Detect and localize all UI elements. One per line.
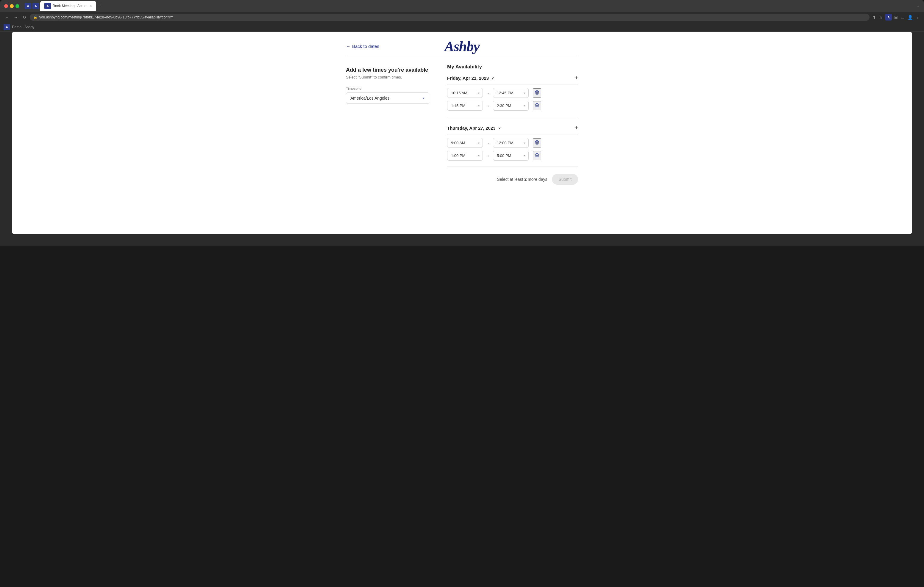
browser-titlebar: A A A Book Meeting · Acme ✕ + ⌄ <box>0 0 924 12</box>
delete-slot-0-1[interactable] <box>533 101 541 110</box>
right-panel: My Availability Friday, Apr 21, 2023 ∨ + <box>447 64 578 185</box>
start-time-0-0[interactable]: 10:15 AM 9:00 AM 10:00 AM 11:00 AM <box>447 88 483 98</box>
start-time-1-1[interactable]: 1:00 PM 12:00 PM 2:00 PM <box>447 151 483 161</box>
date-title-1[interactable]: Thursday, Apr 27, 2023 ∨ <box>447 125 501 130</box>
start-time-1-0[interactable]: 9:00 AM 8:00 AM 10:00 AM <box>447 138 483 148</box>
date-header-1: Thursday, Apr 27, 2023 ∨ + <box>447 125 578 135</box>
arrow-icon-1-0: → <box>486 141 490 145</box>
time-row-1-0: 9:00 AM 8:00 AM 10:00 AM → 12:00 PM 11:0… <box>447 138 578 148</box>
page-header: ← Back to dates Ashby <box>346 44 578 55</box>
profile-icon[interactable]: 👤 <box>907 14 913 20</box>
sidebar-icon[interactable]: ▭ <box>900 14 905 20</box>
date-section-1: Thursday, Apr 27, 2023 ∨ + 9:00 AM 8:00 … <box>447 125 578 161</box>
tab-favicon-1: A <box>25 3 31 9</box>
end-time-0-1[interactable]: 2:30 PM 2:00 PM 3:00 PM <box>493 101 529 111</box>
delete-slot-1-0[interactable] <box>533 138 541 148</box>
add-times-heading: Add a few times you're available <box>346 67 429 73</box>
footer-msg-suffix: more days <box>526 177 547 182</box>
active-tab-title: Book Meeting · Acme <box>53 4 86 8</box>
date-label-0: Friday, Apr 21, 2023 <box>447 76 489 81</box>
back-arrow-icon: ← <box>346 44 350 49</box>
share-icon[interactable]: ⬆ <box>872 14 877 20</box>
browser-toolbar: ← → ↻ 🔒 you.ashbyhq.com/meeting/7bfbfd17… <box>0 12 924 23</box>
bookmark-icon[interactable]: ☆ <box>878 14 883 20</box>
active-tab-favicon: A <box>45 3 51 9</box>
delete-slot-0-0[interactable] <box>533 88 541 97</box>
maximize-button[interactable] <box>15 4 19 8</box>
active-tab[interactable]: A Book Meeting · Acme ✕ <box>40 1 96 11</box>
arrow-icon-0-0: → <box>486 91 490 95</box>
date-label-1: Thursday, Apr 27, 2023 <box>447 125 496 130</box>
date-section-0: Friday, Apr 21, 2023 ∨ + 10:15 AM 9:00 A… <box>447 75 578 111</box>
time-row-0-0: 10:15 AM 9:00 AM 10:00 AM 11:00 AM → 12:… <box>447 88 578 98</box>
date-add-slot-1[interactable]: + <box>575 125 578 130</box>
availability-heading: My Availability <box>447 64 578 70</box>
footer-message: Select at least 2 more days <box>497 177 548 182</box>
page-content: ← Back to dates Ashby Add a few times yo… <box>12 32 912 234</box>
date-divider <box>447 118 578 118</box>
arrow-icon-1-1: → <box>486 153 490 158</box>
footer-msg-prefix: Select at least <box>497 177 525 182</box>
submit-button[interactable]: Submit <box>552 174 578 185</box>
bookmarks-bar: A Demo - Ashby <box>0 23 924 32</box>
add-times-subtitle: Select "Submit" to confirm times. <box>346 75 429 79</box>
url-text: you.ashbyhq.com/meeting/7bfbfd17-fe28-4f… <box>39 15 173 19</box>
tab-close-icon[interactable]: ✕ <box>89 4 92 8</box>
puzzle-icon[interactable]: ⊞ <box>894 14 898 20</box>
forward-nav-button[interactable]: → <box>13 14 19 20</box>
tab-favicon-2: A <box>33 3 39 9</box>
footer-count: 2 <box>524 177 526 182</box>
arrow-icon-0-1: → <box>486 104 490 108</box>
menu-icon[interactable]: ⋮ <box>915 14 921 20</box>
delete-slot-1-1[interactable] <box>533 151 541 160</box>
minimize-button[interactable] <box>10 4 14 8</box>
window-controls: ⌄ <box>917 4 920 8</box>
new-tab-button[interactable]: + <box>97 2 102 10</box>
reload-button[interactable]: ↻ <box>21 14 27 20</box>
page-footer: Select at least 2 more days Submit <box>447 166 578 185</box>
date-chevron-0: ∨ <box>491 76 494 80</box>
timezone-select[interactable]: America/Los Angeles America/New York Ame… <box>346 92 429 104</box>
extension-ashby-icon[interactable]: A <box>885 14 892 21</box>
timezone-label: Timezone <box>346 87 429 91</box>
time-row-0-1: 1:15 PM 1:00 PM 2:00 PM → 2:30 PM 2:00 P… <box>447 101 578 111</box>
time-row-1-1: 1:00 PM 12:00 PM 2:00 PM → 5:00 PM 4:00 … <box>447 151 578 161</box>
ashby-logo: Ashby <box>444 38 480 54</box>
back-to-dates-link[interactable]: ← Back to dates <box>346 44 379 49</box>
bookmark-favicon: A <box>3 24 10 30</box>
traffic-lights <box>4 4 19 8</box>
back-to-dates-label: Back to dates <box>352 44 379 49</box>
lock-icon: 🔒 <box>33 15 38 19</box>
date-chevron-1: ∨ <box>498 126 501 130</box>
date-header-0: Friday, Apr 21, 2023 ∨ + <box>447 75 578 84</box>
address-bar[interactable]: 🔒 you.ashbyhq.com/meeting/7bfbfd17-fe28-… <box>30 14 870 21</box>
toolbar-icons: ⬆ ☆ A ⊞ ▭ 👤 ⋮ <box>872 14 921 21</box>
tab-bar: A A A Book Meeting · Acme ✕ + <box>25 1 914 11</box>
date-add-slot-0[interactable]: + <box>575 75 578 81</box>
end-time-1-1[interactable]: 5:00 PM 4:00 PM 6:00 PM <box>493 151 529 161</box>
page-wrapper: ← Back to dates Ashby Add a few times yo… <box>0 32 924 246</box>
end-time-0-0[interactable]: 12:45 PM 12:00 PM 1:00 PM 2:00 PM <box>493 88 529 98</box>
back-nav-button[interactable]: ← <box>3 14 10 20</box>
date-title-0[interactable]: Friday, Apr 21, 2023 ∨ <box>447 76 494 81</box>
end-time-1-0[interactable]: 12:00 PM 11:00 AM 1:00 PM <box>493 138 529 148</box>
left-panel: Add a few times you're available Select … <box>346 64 429 185</box>
main-content: Add a few times you're available Select … <box>346 55 578 185</box>
close-button[interactable] <box>4 4 8 8</box>
bookmark-demo-ashby[interactable]: Demo - Ashby <box>12 25 34 29</box>
start-time-0-1[interactable]: 1:15 PM 1:00 PM 2:00 PM <box>447 101 483 111</box>
